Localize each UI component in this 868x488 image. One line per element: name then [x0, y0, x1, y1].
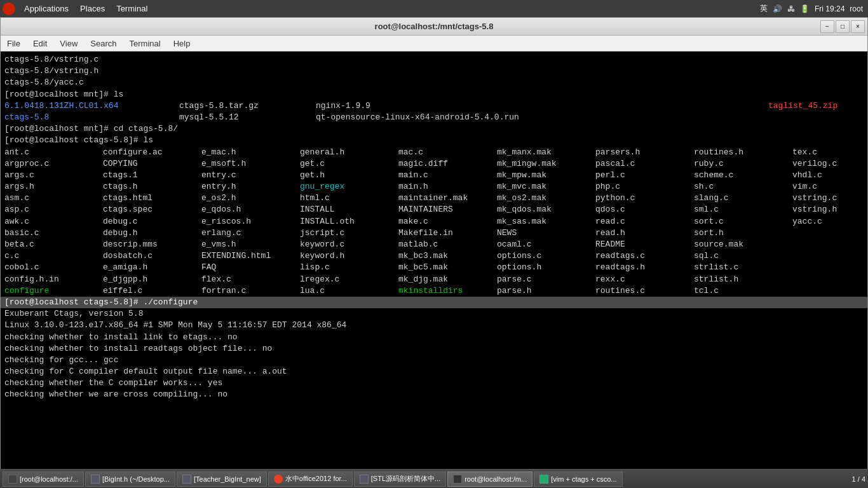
- taskbar-label-2: [BigInt.h (~/Desktop...: [102, 475, 170, 483]
- language-indicator: 英: [760, 3, 768, 14]
- file-row: args.cctags.1entry.cget.hmain.cmk_mpw.ma…: [4, 170, 864, 181]
- volume-icon: 🔊: [773, 4, 782, 13]
- redhat-icon: [3, 3, 15, 15]
- file-row: asm.cctags.htmle_os2.hhtml.cmaintainer.m…: [4, 193, 864, 204]
- window-controls: − □ ×: [820, 20, 865, 33]
- taskbar-item-4[interactable]: 水中office2012 for...: [268, 471, 353, 487]
- taskbar-icon-5: [360, 475, 369, 484]
- file-item: taglist_45.zip: [768, 100, 864, 112]
- user-label: root: [850, 4, 863, 13]
- taskbar-item-6[interactable]: root@localhost:/m...: [447, 471, 532, 487]
- taskbar-icon-7: [539, 475, 548, 484]
- terminal-content[interactable]: ctags-5.8/vstring.c ctags-5.8/vstring.h …: [1, 51, 867, 487]
- network-icon: 🖧: [787, 4, 795, 13]
- taskbar-icon-4: [274, 475, 283, 484]
- file-item: 6.1.0418.131ZH.CL01.x64: [4, 100, 179, 112]
- output-line: [root@localhost ctags-5.8]# ls: [4, 135, 864, 146]
- output-line: checking whether to install readtags obj…: [4, 343, 864, 355]
- battery-icon: 🔋: [800, 4, 810, 13]
- system-topbar: Applications Places Terminal 英 🔊 🖧 🔋 Fri…: [0, 0, 868, 17]
- terminal-window: root@localhost:/mnt/ctags-5.8 − □ × File…: [0, 17, 868, 488]
- output-line: ctags-5.8/yacc.c: [4, 77, 864, 88]
- file-row: cobol.ce_amiga.hFAQlisp.cmk_bc5.makoptio…: [4, 262, 864, 273]
- taskbar-item-5[interactable]: [STL源码剖析简体中...: [354, 471, 446, 487]
- output-line: checking for gcc... gcc: [4, 355, 864, 366]
- taskbar-item-2[interactable]: [BigInt.h (~/Desktop...: [85, 471, 175, 487]
- taskbar-page-indicator: 1 / 4: [852, 475, 865, 483]
- title-bar: root@localhost:/mnt/ctags-5.8 − □ ×: [1, 18, 867, 36]
- output-line: checking whether we are cross compiling.…: [4, 389, 864, 400]
- file-row: awk.cdebug.ce_riscos.hINSTALL.othmake.cm…: [4, 216, 864, 227]
- file-row: config.h.ine_djgpp.hflex.clregex.cmk_djg…: [4, 274, 864, 285]
- output-line: Exuberant Ctags, version 5.8: [4, 308, 864, 320]
- taskbar-label-6: root@localhost:/m...: [465, 475, 527, 483]
- file-item: [456, 100, 768, 112]
- file-item: nginx-1.9.9: [316, 100, 456, 112]
- close-button[interactable]: ×: [851, 20, 865, 33]
- current-command-line: [root@localhost ctags-5.8]# ./configure: [1, 297, 867, 308]
- file-row: beta.cdescrip.mmse_vms.hkeyword.cmatlab.…: [4, 239, 864, 250]
- taskbar-icon-6: [453, 475, 462, 484]
- window-title: root@localhost:/mnt/ctags-5.8: [375, 22, 494, 31]
- taskbar: [root@localhost:/... [BigInt.h (~/Deskto…: [0, 469, 868, 488]
- page-indicator-text: 1 / 4: [852, 475, 865, 483]
- file-row: args.hctags.hentry.hgnu_regexmain.hmk_mv…: [4, 181, 864, 193]
- file-row: argproc.cCOPYINGe_msoft.hget.cmagic.diff…: [4, 158, 864, 170]
- output-line: ctags-5.8/vstring.c: [4, 54, 864, 65]
- taskbar-label-4: 水中office2012 for...: [285, 474, 347, 484]
- applications-menu[interactable]: Applications: [19, 0, 74, 17]
- file-row: asp.cctags.spece_qdos.hINSTALLMAINTAINER…: [4, 204, 864, 215]
- output-line: checking whether to install link to etag…: [4, 332, 864, 343]
- places-menu[interactable]: Places: [75, 0, 110, 17]
- menu-view[interactable]: View: [53, 36, 84, 51]
- taskbar-label-5: [STL源码剖析简体中...: [371, 474, 440, 484]
- taskbar-label-3: [Teacher_BigInt_new]: [194, 475, 261, 483]
- menu-file[interactable]: File: [1, 36, 27, 51]
- file-item: mysql-5.5.12: [179, 112, 316, 123]
- output-line: ctags-5.8/vstring.h: [4, 65, 864, 77]
- menu-edit[interactable]: Edit: [27, 36, 53, 51]
- output-line: [root@localhost mnt]# cd ctags-5.8/: [4, 123, 864, 135]
- maximize-button[interactable]: □: [836, 20, 850, 33]
- ls-row-1: 6.1.0418.131ZH.CL01.x64 ctags-5.8.tar.gz…: [4, 100, 864, 112]
- taskbar-item-1[interactable]: [root@localhost:/...: [3, 471, 84, 487]
- menu-bar: File Edit View Search Terminal Help: [1, 36, 867, 51]
- menu-search[interactable]: Search: [84, 36, 123, 51]
- taskbar-icon-3: [182, 475, 191, 484]
- output-line: [root@localhost mnt]# ls: [4, 89, 864, 100]
- taskbar-icon-2: [91, 475, 100, 484]
- file-item: ctags-5.8: [4, 112, 179, 123]
- file-item: ctags-5.8.tar.gz: [179, 100, 316, 112]
- ls-row-2: ctags-5.8 mysql-5.5.12 qt-opensource-lin…: [4, 112, 864, 123]
- output-line: Linux 3.10.0-123.el7.x86_64 #1 SMP Mon M…: [4, 320, 864, 331]
- menu-terminal[interactable]: Terminal: [123, 36, 167, 51]
- taskbar-item-7[interactable]: [vim + ctags + csco...: [534, 471, 622, 487]
- taskbar-label-7: [vim + ctags + csco...: [551, 475, 616, 483]
- minimize-button[interactable]: −: [820, 20, 834, 33]
- terminal-menu[interactable]: Terminal: [111, 0, 153, 17]
- datetime: Fri 19:24: [815, 4, 844, 13]
- output-line: checking for C compiler default output f…: [4, 366, 864, 377]
- taskbar-icon-1: [8, 475, 17, 484]
- taskbar-item-3[interactable]: [Teacher_BigInt_new]: [177, 471, 267, 487]
- file-row: basic.cdebug.herlang.cjscript.cMakefile.…: [4, 227, 864, 239]
- file-item: qt-opensource-linux-x64-android-5.4.0.ru…: [316, 112, 864, 123]
- file-listing: ant.cconfigure.ace_mac.hgeneral.hmac.cmk…: [4, 147, 864, 297]
- file-row: c.cdosbatch.cEXTENDING.htmlkeyword.hmk_b…: [4, 250, 864, 262]
- taskbar-label-1: [root@localhost:/...: [20, 475, 78, 483]
- file-row: ant.cconfigure.ace_mac.hgeneral.hmac.cmk…: [4, 147, 864, 158]
- output-line: checking whether the C compiler works...…: [4, 377, 864, 389]
- menu-help[interactable]: Help: [167, 36, 197, 51]
- file-row: configureeiffel.cfortran.clua.cmkinstall…: [4, 285, 864, 297]
